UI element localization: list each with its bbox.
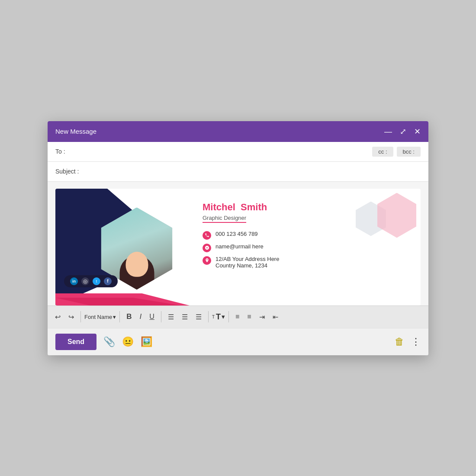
divider-5 xyxy=(228,311,229,322)
text-size-arrow: ▾ xyxy=(222,313,225,321)
subject-label: Subject : xyxy=(55,168,90,175)
italic-button[interactable]: I xyxy=(137,310,145,323)
redo-button[interactable]: ↪ xyxy=(65,311,77,323)
font-dropdown-arrow: ▾ xyxy=(113,314,116,320)
font-name-label: Font Name xyxy=(84,314,112,320)
facebook-icon[interactable]: f xyxy=(104,277,112,285)
divider-4 xyxy=(208,311,209,322)
hex-pink xyxy=(377,193,416,238)
subject-input[interactable] xyxy=(90,168,421,175)
address-item: 12/AB Your Address Here Country Name, 12… xyxy=(203,256,410,269)
linkedin-icon[interactable]: in xyxy=(70,277,78,285)
address-text: 12/AB Your Address Here Country Name, 12… xyxy=(215,256,279,269)
email-value: name@urmail here xyxy=(215,243,264,250)
email-item: name@urmail here xyxy=(203,243,410,252)
to-row: To : cc : bcc : xyxy=(48,142,428,162)
signature-right-panel: Mitchel Smith Graphic Designer 000 123 4… xyxy=(190,189,421,306)
decorative-hexagons xyxy=(356,193,416,238)
emoji-button[interactable]: 😐 xyxy=(122,336,134,347)
address-line1: 12/AB Your Address Here xyxy=(215,256,279,262)
underline-button[interactable]: U xyxy=(146,311,158,323)
outdent-button[interactable]: ⇤ xyxy=(270,311,281,323)
font-dropdown[interactable]: Font Name ▾ xyxy=(84,314,116,320)
send-button[interactable]: Send xyxy=(55,334,96,350)
window-controls: — ⤢ ✕ xyxy=(384,128,421,135)
align-left-button[interactable]: ☰ xyxy=(165,311,177,323)
to-label: To : xyxy=(55,148,77,155)
bcc-button[interactable]: bcc : xyxy=(397,147,421,157)
bold-button[interactable]: B xyxy=(123,310,135,323)
address-line2: Country Name, 1234 xyxy=(215,262,279,269)
cc-bcc-buttons: cc : bcc : xyxy=(372,147,421,157)
attach-button[interactable]: 📎 xyxy=(103,336,115,347)
phone-icon xyxy=(203,231,211,240)
email-compose-window: New Message — ⤢ ✕ To : cc : bcc : Subjec… xyxy=(48,121,428,355)
undo-button[interactable]: ↩ xyxy=(52,311,64,323)
signature-card: in ◎ t f Mitchel xyxy=(55,189,421,306)
signature-left-panel: in ◎ t f xyxy=(55,189,190,306)
signature-title: Graphic Designer xyxy=(203,215,246,223)
email-icon xyxy=(203,244,211,252)
subject-row: Subject : xyxy=(48,162,428,182)
indent-button[interactable]: ⇥ xyxy=(256,311,268,323)
numbered-list-button[interactable]: ≡ xyxy=(244,311,254,323)
window-title: New Message xyxy=(55,128,96,135)
twitter-icon[interactable]: t xyxy=(93,277,100,285)
more-options-button[interactable]: ⋮ xyxy=(411,336,421,347)
bullet-list-button[interactable]: ≡ xyxy=(232,311,242,323)
maximize-button[interactable]: ⤢ xyxy=(400,128,406,135)
divider-2 xyxy=(119,311,120,322)
last-name: Smith xyxy=(241,202,267,212)
trash-button[interactable]: 🗑 xyxy=(395,336,404,347)
align-right-button[interactable]: ☰ xyxy=(193,311,205,323)
minimize-button[interactable]: — xyxy=(384,128,392,135)
image-button[interactable]: 🖼️ xyxy=(141,336,152,347)
phone-value: 000 123 456 789 xyxy=(215,231,258,237)
title-bar: New Message — ⤢ ✕ xyxy=(48,121,428,142)
align-center-button[interactable]: ☰ xyxy=(179,311,191,323)
to-input[interactable] xyxy=(77,148,372,155)
divider-3 xyxy=(161,311,161,322)
email-body: in ◎ t f Mitchel xyxy=(48,182,428,306)
social-bar: in ◎ t f xyxy=(64,275,118,287)
cc-button[interactable]: cc : xyxy=(372,147,393,157)
first-name: Mitchel xyxy=(203,202,235,212)
address-icon xyxy=(203,256,211,265)
divider-1 xyxy=(80,311,81,322)
formatting-toolbar: ↩ ↪ Font Name ▾ B I U ☰ ☰ ☰ T T ▾ ≡ ≡ ⇥ … xyxy=(48,306,428,328)
instagram-icon[interactable]: ◎ xyxy=(81,277,89,285)
text-size-dropdown[interactable]: T T ▾ xyxy=(212,312,225,322)
close-button[interactable]: ✕ xyxy=(414,128,421,135)
action-bar: Send 📎 😐 🖼️ 🗑 ⋮ xyxy=(48,328,428,355)
